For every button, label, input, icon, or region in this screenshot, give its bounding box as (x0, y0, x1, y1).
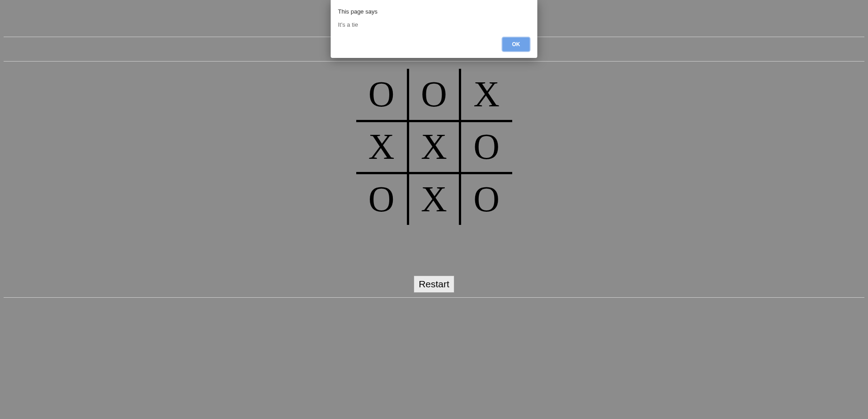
divider-bottom (4, 297, 864, 298)
cell-1-2[interactable]: O (460, 121, 512, 173)
cell-1-1[interactable]: X (408, 121, 460, 173)
divider-mid (4, 61, 864, 62)
ok-button[interactable]: OK (502, 37, 530, 52)
alert-dialog: This page says It's a tie OK (331, 0, 538, 58)
cell-0-0[interactable]: O (356, 69, 408, 121)
alert-title: This page says (338, 8, 530, 15)
cell-2-1[interactable]: X (408, 173, 460, 225)
cell-0-1[interactable]: O (408, 69, 460, 121)
tic-tac-toe-board: O O X X X O O X O (356, 69, 512, 225)
cell-2-2[interactable]: O (460, 173, 512, 225)
cell-0-2[interactable]: X (460, 69, 512, 121)
cell-2-0[interactable]: O (356, 173, 408, 225)
restart-button[interactable]: Restart (414, 276, 454, 293)
cell-1-0[interactable]: X (356, 121, 408, 173)
alert-message: It's a tie (338, 21, 530, 28)
